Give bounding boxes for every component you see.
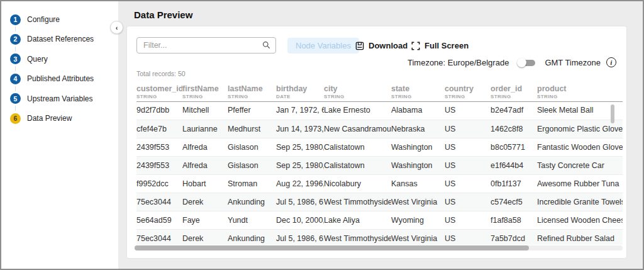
table-cell: Aug 22, 1996, 6:0 [276, 174, 324, 193]
sidebar-collapse-button[interactable]: ‹ [110, 21, 123, 34]
table-cell: Nebraska [391, 120, 445, 138]
table-cell: Washington [391, 138, 445, 156]
table-cell: Yundt [228, 211, 276, 229]
table-cell: b8c05771 [491, 138, 537, 156]
table-cell: Jan 7, 1972, 6:00 [276, 101, 324, 120]
table-cell: 1462c8f8 [491, 120, 537, 138]
column-type: STRING [391, 94, 445, 99]
step-number-badge: 2 [10, 34, 21, 45]
table-cell: Stroman [228, 174, 276, 193]
table-row[interactable]: 9d2f7dbbMitchellPfefferJan 7, 1972, 6:00… [136, 101, 623, 120]
vertical-scrollbar-thumb[interactable] [611, 104, 614, 123]
table-cell: Derek [182, 193, 228, 211]
column-type: STRING [537, 94, 623, 99]
table-cell: Ankunding [228, 229, 276, 245]
table-cell: US [445, 138, 491, 156]
sidebar-item-query[interactable]: 3Query [10, 53, 48, 65]
horizontal-scrollbar-thumb[interactable] [135, 245, 529, 250]
column-header-product[interactable]: productSTRING [537, 84, 623, 101]
sidebar: 1Configure2Dataset References3Query4Publ… [1, 1, 118, 269]
column-name: customer_id [136, 84, 182, 93]
table-cell: e1f644b4 [491, 156, 537, 174]
table-cell: Sep 25, 1980, 5:0 [276, 138, 324, 156]
table-row[interactable]: f9952dccHobartStromanAug 22, 1996, 6:0Ni… [136, 174, 623, 193]
table-cell: Nicolabury [324, 174, 391, 193]
column-header-country[interactable]: countrySTRING [445, 84, 491, 101]
column-header-lastName[interactable]: lastNameSTRING [228, 84, 276, 101]
table-cell: Derek [182, 229, 228, 245]
column-type: STRING [182, 94, 228, 99]
table-row[interactable]: 5e64ad59FayeYundtDec 10, 2000, 6:0Lake A… [136, 211, 623, 229]
filter-input[interactable] [136, 37, 276, 53]
step-label: Query [27, 55, 48, 64]
table-cell: Wyoming [391, 211, 445, 229]
table-cell: Lake Aliya [324, 211, 391, 229]
table-cell: US [445, 174, 491, 193]
step-connector [15, 86, 16, 91]
column-header-city[interactable]: citySTRING [324, 84, 391, 101]
column-type: DATE [276, 94, 324, 99]
table-cell: 75ec3044 [136, 229, 182, 245]
table-cell: Lake Ernesto [324, 101, 391, 120]
fullscreen-icon [411, 42, 420, 50]
toggle-knob [517, 58, 526, 67]
fullscreen-label: Full Screen [425, 41, 469, 50]
table-cell: Ergonomic Plastic Gloves [537, 120, 623, 138]
step-label: Configure [27, 15, 60, 24]
table-cell: b2e47adf [491, 101, 537, 120]
page-title: Data Preview [134, 9, 192, 20]
column-header-birthday[interactable]: birthdayDATE [276, 84, 324, 101]
info-icon[interactable]: i [606, 57, 616, 67]
table-cell: Washington [391, 156, 445, 174]
column-header-firstName[interactable]: firstNameSTRING [182, 84, 228, 101]
column-header-state[interactable]: stateSTRING [391, 84, 445, 101]
table-cell: cfef4e7b [136, 120, 182, 138]
step-number-badge: 6 [10, 113, 21, 124]
download-icon [355, 42, 364, 50]
sidebar-item-configure[interactable]: 1Configure [10, 14, 60, 25]
table-cell: Dec 10, 2000, 6:0 [276, 211, 324, 229]
table-cell: Alfreda [182, 138, 228, 156]
table-row[interactable]: 75ec3044DerekAnkundingJul 5, 1986, 6:00W… [136, 229, 623, 245]
step-number-badge: 3 [10, 53, 21, 64]
horizontal-scrollbar-track[interactable] [135, 245, 623, 250]
table-cell: West Timmothyside [324, 193, 391, 211]
table-cell: US [445, 193, 491, 211]
table-row[interactable]: cfef4e7bLaurianneMedhurstJun 14, 1973, 5… [136, 120, 623, 138]
table-cell: 7a5b7dcd [491, 229, 537, 245]
table-cell: Jul 5, 1986, 6:00 [276, 193, 324, 211]
table-cell: Sep 25, 1980, 5:0 [276, 156, 324, 174]
column-header-customer_id[interactable]: customer_idSTRING [136, 84, 182, 101]
step-label: Upstream Variables [27, 94, 92, 103]
table-cell: Ankunding [228, 193, 276, 211]
table-cell: 75ec3044 [136, 193, 182, 211]
gmt-timezone-toggle[interactable] [517, 59, 536, 67]
fullscreen-button[interactable]: Full Screen [411, 38, 469, 53]
sidebar-item-upstream-variables[interactable]: 5Upstream Variables [10, 93, 92, 104]
node-variables-button[interactable]: Node Variables [287, 38, 359, 53]
table-row[interactable]: 2439f553AlfredaGislasonSep 25, 1980, 5:0… [136, 138, 623, 156]
table-cell: Alabama [391, 101, 445, 120]
table-row[interactable]: 75ec3044DerekAnkundingJul 5, 1986, 6:00W… [136, 193, 623, 211]
table-cell: Pfeffer [228, 101, 276, 120]
table-cell: US [445, 229, 491, 245]
table-cell: Jul 5, 1986, 6:00 [276, 229, 324, 245]
sidebar-item-dataset-references[interactable]: 2Dataset References [10, 33, 94, 45]
table-row[interactable]: 2439f553AlfredaGislasonSep 25, 1980, 5:0… [136, 156, 623, 174]
step-label: Data Preview [27, 114, 72, 123]
table-cell: Fantastic Wooden Gloves [537, 138, 623, 156]
table-cell: Gislason [228, 156, 276, 174]
column-type: STRING [491, 94, 537, 99]
table-cell: Incredible Granite Towels [537, 193, 623, 211]
sidebar-item-data-preview[interactable]: 6Data Preview [10, 113, 72, 124]
chevron-left-icon: ‹ [116, 24, 118, 31]
step-connector [15, 106, 16, 111]
table-cell: c574ecf5 [491, 193, 537, 211]
table-cell: f1af8a58 [491, 211, 537, 229]
sidebar-item-published-attributes[interactable]: 4Published Attributes [10, 73, 94, 84]
download-label: Download [369, 41, 408, 50]
download-button[interactable]: Download [355, 38, 408, 53]
column-type: STRING [228, 94, 276, 99]
column-header-order_id[interactable]: order_idSTRING [491, 84, 537, 101]
table-cell: Hobart [182, 174, 228, 193]
